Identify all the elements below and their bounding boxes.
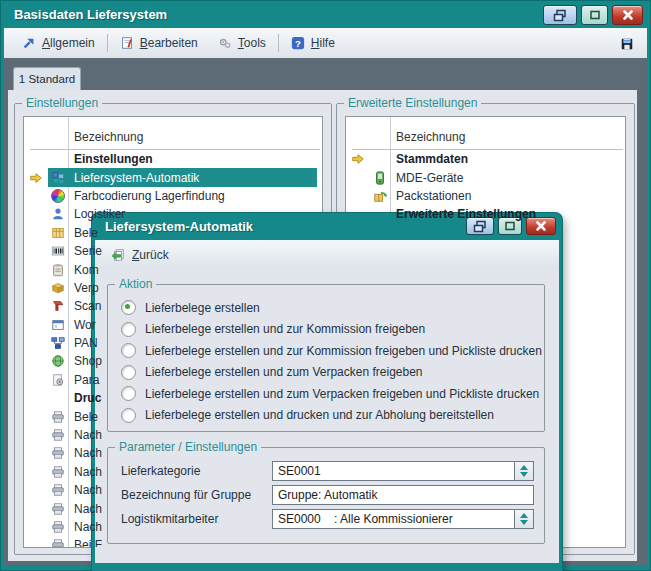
menu-tools[interactable]: Tools [208,30,276,56]
radio-button[interactable] [121,386,136,401]
restore-window-button[interactable] [543,5,577,25]
list-item[interactable]: Farbcodierung Lagerfindung [24,187,322,205]
arrow-up-right-icon [22,36,36,50]
cursor-arrow-icon [351,152,365,166]
box-icon [51,281,65,295]
edit-page-icon [120,36,134,50]
list-item[interactable]: Packstationen [346,187,625,205]
parameter-group-title: Parameter / Einstellungen [115,440,261,454]
menu-allgemein[interactable]: Allgemein [12,30,105,56]
radio-option-label: Lieferbelege erstellen und drucken und z… [145,408,494,422]
radio-option-3[interactable]: Lieferbelege erstellen und zur Kommissio… [108,340,544,362]
printer-icon [51,538,65,548]
row-icon-cell [48,226,68,240]
field-row-bezeichnung-fuer-gruppe: Bezeichnung für Gruppe [121,485,534,505]
gears-icon [218,36,232,50]
list-item-label: Nach [68,446,102,460]
list-item-label: Nach [68,483,102,497]
maximize-window-icon [503,220,517,232]
printer-icon [51,446,65,460]
radio-button[interactable] [121,343,136,358]
back-button-label: Zurück [132,248,169,262]
aktion-group-title: Aktion [115,277,156,291]
list-item-label: Druc [68,391,101,405]
radio-button[interactable] [121,300,136,315]
lieferkategorie-spinner[interactable] [515,461,534,481]
radio-button[interactable] [121,322,136,337]
globe-icon [51,354,65,368]
row-icon-cell [48,207,68,221]
list-item-label: Wor [68,318,96,332]
table-icon [51,226,65,240]
list-item-label: Nach [68,502,102,516]
radio-option-4[interactable]: Lieferbelege erstellen und zum Verpacken… [108,362,544,384]
radio-option-label: Lieferbelege erstellen und zum Verpacken… [145,365,423,379]
bezeichnung-fuer-gruppe-label: Bezeichnung für Gruppe [121,488,272,502]
scanner-icon [51,299,65,313]
list-item-label: Bei F [68,538,102,548]
logistikmitarbeiter-input[interactable] [272,509,515,529]
floppy-disk-icon [620,37,634,51]
spinner-up-icon[interactable] [520,465,528,470]
list-item-label: Kom [68,263,99,277]
spinner-up-icon[interactable] [520,513,528,518]
lieferkategorie-input[interactable] [272,461,515,481]
advanced-settings-group-title: Erweiterte Einstellungen [344,96,481,110]
menu-item-label: Hilfe [311,36,335,50]
save-button[interactable] [617,34,637,54]
list-item-label: PAN [68,336,98,350]
row-icon-cell [48,244,68,258]
printer-icon [51,465,65,479]
parcel-icon [373,189,387,203]
row-icon-cell [48,318,68,332]
list-item-label: Serie [68,244,102,258]
radio-option-label: Lieferbelege erstellen [145,301,260,315]
back-button[interactable]: Zurück [105,246,175,264]
list-item[interactable]: Stammdaten [346,150,625,168]
list-header: Bezeichnung [30,117,320,150]
list-item-label: Nach [68,465,102,479]
menu-bearbeiten[interactable]: Bearbeiten [110,30,208,56]
column-header: Bezeichnung [74,130,143,144]
network-icon [51,336,65,350]
row-icon-cell [48,465,68,479]
row-icon-cell [48,299,68,313]
maximize-window-button[interactable] [581,5,608,25]
list-item-label: Bele [68,410,98,424]
list-item-label: Nach [68,428,102,442]
back-arrow-icon [111,248,125,262]
printer-icon [51,483,65,497]
list-item[interactable]: MDE-Geräte [346,168,625,186]
radio-option-6[interactable]: Lieferbelege erstellen und drucken und z… [108,405,544,427]
bezeichnung-fuer-gruppe-input[interactable] [272,485,534,505]
radio-option-label: Lieferbelege erstellen und zur Kommissio… [145,344,542,358]
list-item[interactable]: Einstellungen [24,150,322,168]
spinner-down-icon[interactable] [520,472,528,477]
radio-option-5[interactable]: Lieferbelege erstellen und zum Verpacken… [108,383,544,405]
color-wheel-icon [51,189,65,203]
radio-option-2[interactable]: Lieferbelege erstellen und zur Kommissio… [108,319,544,341]
clipboard-icon [51,263,65,277]
row-icon-cell [48,502,68,516]
row-icon-cell [370,171,390,185]
radio-button[interactable] [121,408,136,423]
close-window-button[interactable] [612,5,643,25]
row-icon-cell [48,171,68,185]
list-item-label: Farbcodierung Lagerfindung [68,189,225,203]
list-item-label: Stammdaten [390,152,468,166]
radio-option-1[interactable]: Lieferbelege erstellen [108,297,544,319]
aktion-groupbox: Aktion Lieferbelege erstellenLieferbeleg… [107,284,545,432]
dialog-toolbar: Zurück [95,240,559,270]
svg-text:?: ? [295,38,301,49]
list-item[interactable]: Liefersystem-Automatik [24,168,322,186]
radio-button[interactable] [121,365,136,380]
menu-hilfe[interactable]: ?Hilfe [281,30,345,56]
logistikmitarbeiter-spinner[interactable] [515,509,534,529]
row-icon-cell [48,189,68,203]
radio-option-label: Lieferbelege erstellen und zur Kommissio… [145,322,425,336]
tab-standard[interactable]: 1 Standard [13,67,81,90]
list-item-label: Shop [68,354,102,368]
list-item-label: Logistiker [68,207,125,221]
list-header: Bezeichnung [352,117,623,150]
spinner-down-icon[interactable] [520,520,528,525]
